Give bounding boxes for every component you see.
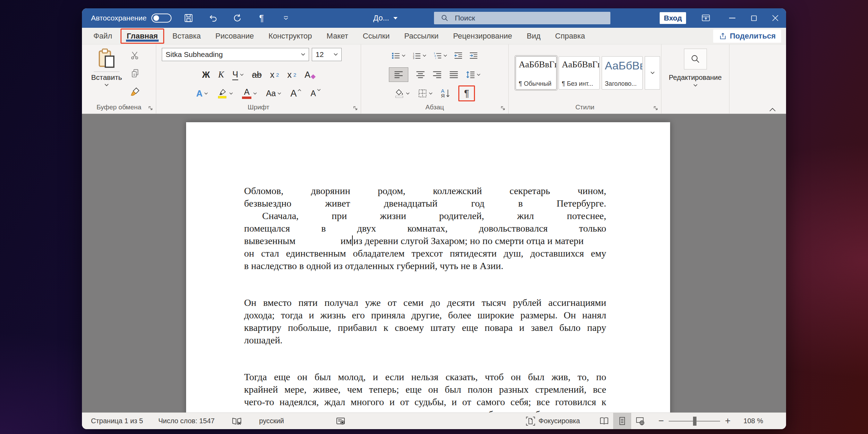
style-no-spacing[interactable]: АаБбВвГгД ¶ Без инт... bbox=[559, 56, 600, 90]
justify-button[interactable] bbox=[449, 67, 458, 82]
tab-insert[interactable]: Вставка bbox=[165, 28, 208, 44]
strikethrough-button[interactable]: ab bbox=[252, 67, 262, 82]
align-right-button[interactable] bbox=[433, 67, 442, 82]
tab-design[interactable]: Конструктор bbox=[261, 28, 319, 44]
numbering-button[interactable]: 123 bbox=[412, 48, 426, 63]
font-size-combo[interactable]: 12 bbox=[312, 48, 342, 61]
clipboard-dialog-launcher[interactable] bbox=[148, 106, 153, 111]
chevron-down-icon[interactable] bbox=[301, 53, 305, 56]
search-box[interactable] bbox=[434, 12, 610, 24]
zoom-percentage[interactable]: 108 % bbox=[741, 417, 763, 425]
superscript-button[interactable]: x2 bbox=[287, 67, 297, 82]
line-spacing-button[interactable] bbox=[466, 67, 481, 82]
language-status[interactable]: русский bbox=[259, 417, 284, 425]
collapse-ribbon-button[interactable] bbox=[769, 108, 776, 111]
zoom-in-button[interactable]: + bbox=[725, 416, 731, 426]
show-formatting-marks-qat-button[interactable]: ¶ bbox=[249, 8, 274, 28]
tab-file[interactable]: Файл bbox=[86, 28, 119, 44]
page-number-status[interactable]: Страница 1 из 5 bbox=[91, 417, 143, 425]
shrink-font-button[interactable]: A bbox=[310, 86, 320, 101]
styles-gallery-more-button[interactable] bbox=[645, 56, 660, 90]
tab-layout[interactable]: Макет bbox=[319, 28, 356, 44]
chevron-down-icon[interactable] bbox=[477, 74, 481, 76]
sort-button[interactable]: А Я bbox=[441, 86, 450, 101]
show-formatting-marks-button-highlighted[interactable]: ¶ bbox=[458, 85, 475, 101]
ribbon-display-options-button[interactable] bbox=[695, 8, 717, 28]
editing-label[interactable]: Редактирование bbox=[661, 74, 729, 82]
tab-help[interactable]: Справка bbox=[548, 28, 592, 44]
chevron-down-icon[interactable] bbox=[429, 92, 433, 95]
chevron-down-icon[interactable] bbox=[406, 92, 410, 95]
change-case-button[interactable]: Aa bbox=[266, 86, 281, 101]
chevron-down-icon[interactable] bbox=[240, 74, 244, 76]
tab-draw[interactable]: Рисование bbox=[208, 28, 261, 44]
customize-quick-access-button[interactable] bbox=[274, 8, 298, 28]
tab-view[interactable]: Вид bbox=[519, 28, 548, 44]
chevron-down-icon[interactable] bbox=[229, 92, 233, 95]
chevron-down-icon[interactable] bbox=[693, 84, 698, 87]
align-center-button[interactable] bbox=[416, 67, 425, 82]
align-left-button-selected[interactable] bbox=[389, 67, 408, 82]
paste-button[interactable]: Вставить bbox=[92, 48, 122, 86]
sign-in-button[interactable]: Вход bbox=[660, 12, 686, 24]
close-button[interactable] bbox=[765, 8, 786, 28]
search-input[interactable] bbox=[455, 14, 587, 22]
read-mode-button[interactable] bbox=[595, 413, 613, 429]
borders-button[interactable] bbox=[418, 86, 433, 101]
web-layout-button[interactable] bbox=[631, 413, 649, 429]
paragraph-dialog-launcher[interactable] bbox=[500, 106, 506, 111]
tab-home-active[interactable]: Главная bbox=[120, 28, 164, 44]
editing-find-button[interactable] bbox=[684, 49, 707, 69]
share-button[interactable]: Поделиться bbox=[713, 30, 781, 43]
minimize-button[interactable] bbox=[721, 8, 743, 28]
underline-button[interactable]: Ч bbox=[232, 67, 244, 82]
chevron-down-icon[interactable] bbox=[253, 92, 257, 95]
style-heading1[interactable]: АаБбВв Заголово... bbox=[602, 56, 643, 90]
copy-button[interactable] bbox=[131, 69, 140, 78]
tab-references[interactable]: Ссылки bbox=[356, 28, 397, 44]
maximize-button[interactable] bbox=[743, 8, 765, 28]
zoom-slider-track[interactable] bbox=[669, 421, 720, 422]
italic-button[interactable]: К bbox=[218, 67, 224, 82]
highlight-button[interactable] bbox=[217, 86, 233, 101]
font-name-combo[interactable]: Sitka Subheading bbox=[162, 48, 309, 61]
grow-font-button[interactable]: A bbox=[290, 86, 301, 101]
chevron-down-icon[interactable] bbox=[334, 53, 338, 56]
subscript-button[interactable]: x2 bbox=[270, 67, 279, 82]
multilevel-list-button[interactable]: 1ai bbox=[433, 48, 447, 63]
document-name-dropdown[interactable]: До... bbox=[373, 8, 398, 28]
undo-button[interactable] bbox=[201, 8, 225, 28]
redo-button[interactable] bbox=[225, 8, 249, 28]
chevron-down-icon[interactable] bbox=[402, 55, 406, 57]
chevron-down-icon[interactable] bbox=[204, 92, 208, 95]
zoom-slider-handle[interactable] bbox=[693, 417, 696, 426]
tab-review[interactable]: Рецензирование bbox=[446, 28, 519, 44]
chevron-down-icon[interactable] bbox=[277, 92, 281, 95]
bullets-button[interactable] bbox=[392, 48, 406, 63]
decrease-indent-button[interactable] bbox=[454, 48, 462, 63]
styles-dialog-launcher[interactable] bbox=[653, 106, 658, 111]
print-layout-button-selected[interactable] bbox=[613, 413, 631, 429]
increase-indent-button[interactable] bbox=[469, 48, 478, 63]
font-color-button[interactable]: A bbox=[242, 86, 257, 101]
chevron-down-icon[interactable] bbox=[443, 55, 447, 57]
font-dialog-launcher[interactable] bbox=[353, 106, 358, 111]
word-count-status[interactable]: Число слов: 1547 bbox=[158, 417, 215, 425]
document-page[interactable]: Обломов, дворянин родом, коллежский секр… bbox=[186, 122, 670, 412]
bold-button[interactable]: Ж bbox=[202, 67, 210, 82]
save-button[interactable] bbox=[176, 8, 201, 28]
proofing-errors-button[interactable] bbox=[232, 416, 242, 426]
chevron-down-icon[interactable] bbox=[423, 55, 426, 57]
text-effects-button[interactable]: A bbox=[196, 86, 208, 101]
shading-button[interactable] bbox=[394, 86, 410, 101]
format-painter-button[interactable] bbox=[131, 87, 140, 97]
tab-mailings[interactable]: Рассылки bbox=[397, 28, 446, 44]
macro-record-button[interactable] bbox=[336, 417, 345, 426]
cut-button[interactable] bbox=[131, 51, 140, 60]
autosave-toggle[interactable] bbox=[151, 14, 172, 23]
document-text[interactable]: Обломов, дворянин родом, коллежский секр… bbox=[244, 185, 606, 412]
focus-mode-button[interactable]: Фокусировка bbox=[526, 417, 580, 426]
clear-formatting-button[interactable]: A bbox=[304, 67, 315, 82]
style-normal-selected[interactable]: АаБбВвГгД ¶ Обычный bbox=[516, 56, 557, 90]
zoom-out-button[interactable]: − bbox=[658, 416, 664, 426]
